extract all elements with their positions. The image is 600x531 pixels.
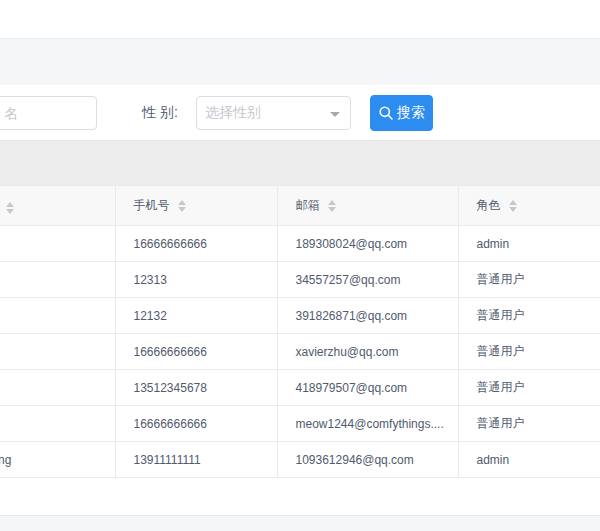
cell-phone: 13911111111 xyxy=(115,442,277,478)
cell-role: 普通用户 xyxy=(458,406,600,442)
cell-email: xavierzhu@qq.com xyxy=(277,334,458,370)
table-header-row: 手机号 邮箱 角色 xyxy=(0,186,600,226)
cell-email: 418979507@qq.com xyxy=(277,370,458,406)
search-icon xyxy=(378,105,394,121)
cell-phone: 12132 xyxy=(115,298,277,334)
table-row: 16666666666 meow1244@comfythings.... 普通用… xyxy=(0,406,600,442)
cell-email: 34557257@qq.com xyxy=(277,262,458,298)
table-row: 13512345678 418979507@qq.com 普通用户 xyxy=(0,370,600,406)
column-label: 邮箱 xyxy=(296,197,320,214)
cell-name: ng xyxy=(0,442,115,478)
page-gap-middle xyxy=(0,140,600,185)
table-row: 12132 391826871@qq.com 普通用户 xyxy=(0,298,600,334)
cell-email: meow1244@comfythings.... xyxy=(277,406,458,442)
cell-email: 189308024@qq.com xyxy=(277,226,458,262)
cell-phone: 16666666666 xyxy=(115,226,277,262)
column-header-phone[interactable]: 手机号 xyxy=(115,186,277,226)
cell-name xyxy=(0,262,115,298)
column-header-role[interactable]: 角色 xyxy=(458,186,600,226)
search-button-label: 搜索 xyxy=(397,104,425,122)
cell-role: 普通用户 xyxy=(458,370,600,406)
user-table: 手机号 邮箱 角色 xyxy=(0,185,600,478)
column-header-email[interactable]: 邮箱 xyxy=(277,186,458,226)
sort-icon[interactable] xyxy=(328,200,336,212)
chevron-down-icon xyxy=(330,112,340,117)
column-header-name[interactable] xyxy=(0,186,115,226)
column-label: 手机号 xyxy=(134,197,170,214)
sort-icon[interactable] xyxy=(6,202,14,214)
search-button[interactable]: 搜索 xyxy=(370,95,433,131)
cell-name xyxy=(0,406,115,442)
page-gap-bottom xyxy=(0,515,600,531)
cell-name xyxy=(0,334,115,370)
cell-email: 391826871@qq.com xyxy=(277,298,458,334)
gender-label: 性 别: xyxy=(142,85,178,140)
table-row: 16666666666 xavierzhu@qq.com 普通用户 xyxy=(0,334,600,370)
column-label: 角色 xyxy=(477,197,501,214)
cell-phone: 16666666666 xyxy=(115,406,277,442)
table-row: ng 13911111111 1093612946@qq.com admin xyxy=(0,442,600,478)
sort-icon[interactable] xyxy=(509,200,517,212)
cell-name xyxy=(0,226,115,262)
top-whitespace xyxy=(0,0,600,38)
cell-email: 1093612946@qq.com xyxy=(277,442,458,478)
sort-icon[interactable] xyxy=(178,200,186,212)
page-gap-upper xyxy=(0,38,600,85)
search-form-card: 性 别: 选择性别 搜索 xyxy=(0,85,600,140)
user-table-card: 手机号 邮箱 角色 xyxy=(0,185,600,515)
cell-role: admin xyxy=(458,226,600,262)
cell-role: 普通用户 xyxy=(458,298,600,334)
cell-role: 普通用户 xyxy=(458,262,600,298)
cell-role: admin xyxy=(458,442,600,478)
gender-select[interactable]: 选择性别 xyxy=(196,96,351,130)
cell-phone: 13512345678 xyxy=(115,370,277,406)
table-row: 16666666666 189308024@qq.com admin xyxy=(0,226,600,262)
cell-phone: 16666666666 xyxy=(115,334,277,370)
cell-role: 普通用户 xyxy=(458,334,600,370)
cell-name xyxy=(0,298,115,334)
table-row: 12313 34557257@qq.com 普通用户 xyxy=(0,262,600,298)
name-input[interactable] xyxy=(0,96,97,130)
cell-phone: 12313 xyxy=(115,262,277,298)
cell-name xyxy=(0,370,115,406)
gender-select-placeholder: 选择性别 xyxy=(205,104,261,122)
